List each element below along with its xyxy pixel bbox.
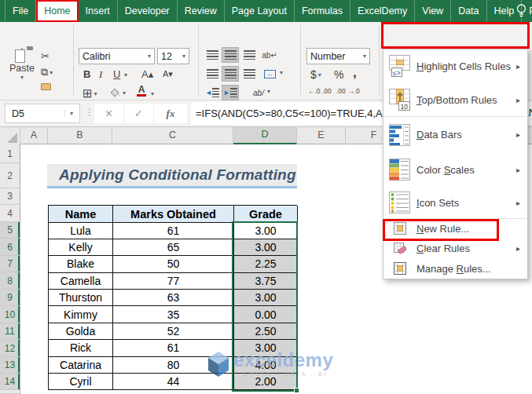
align-right-button[interactable] [240, 66, 258, 82]
cell-b5[interactable]: Lula [49, 222, 113, 239]
increase-indent-button[interactable]: ► [222, 85, 239, 100]
tab-formulas[interactable]: Formulas [295, 0, 350, 22]
enter-button[interactable]: ✓ [124, 104, 154, 123]
row-header-10[interactable]: 10 [0, 306, 20, 323]
tab-review[interactable]: Review [178, 0, 225, 22]
font-color-dropdown-icon[interactable]: ▾ [151, 90, 154, 97]
cell-d7[interactable]: 2.25 [234, 256, 298, 272]
row-header-6[interactable]: 6 [0, 239, 20, 256]
column-header-c[interactable]: C [112, 127, 233, 144]
borders-button[interactable]: ⊞▾ [83, 86, 97, 100]
fill-color-dropdown-icon[interactable]: ▾ [123, 89, 126, 97]
format-painter-button[interactable] [41, 83, 51, 90]
menu-item-top-bottom-rules[interactable]: 10 Top/Bottom Rules ▸ [383, 83, 527, 117]
cell-c11[interactable]: 52 [113, 323, 234, 340]
cell-b12[interactable]: Rick [49, 340, 113, 356]
paste-dropdown-icon[interactable]: ▾ [6, 74, 38, 81]
decrease-font-button[interactable]: A▾ [163, 69, 173, 79]
tab-data[interactable]: Data [451, 0, 486, 22]
row-header-8[interactable]: 8 [0, 272, 20, 290]
align-center-button[interactable] [222, 66, 239, 82]
sheet-title-cell[interactable]: Applying Conditional Formatting [47, 164, 297, 188]
merge-center-button[interactable]: ↔ [261, 66, 278, 82]
column-header-a[interactable]: A [20, 127, 48, 144]
row-header-3[interactable]: 3 [0, 188, 20, 205]
decrease-decimal-button[interactable]: .00 →.0 [336, 87, 360, 95]
menu-item-manage-rules[interactable]: Manage Rules... [383, 258, 527, 279]
accounting-format-button[interactable]: $▾ [310, 68, 321, 81]
row-header-15-partial[interactable] [0, 390, 20, 394]
cell-d9[interactable]: 3.00 [234, 290, 298, 306]
cell-b8[interactable]: Camella [49, 273, 113, 290]
insert-function-button[interactable]: fx [154, 104, 187, 123]
cell-c5[interactable]: 61 [113, 222, 234, 239]
wrap-text-button[interactable]: ab↵ [261, 47, 278, 63]
row-header-2[interactable]: 2 [0, 163, 20, 188]
cell-c6[interactable]: 65 [113, 239, 234, 256]
cell-b10[interactable]: Kimmy [49, 306, 113, 323]
menu-item-data-bars[interactable]: Data Bars ▸ [383, 117, 527, 152]
row-header-1[interactable]: 1 [0, 144, 20, 163]
tab-page-layout[interactable]: Page Layout [225, 0, 295, 22]
table-header-marks[interactable]: Marks Obtained [113, 206, 234, 223]
row-header-9[interactable]: 9 [0, 290, 20, 306]
row-header-12[interactable]: 12 [0, 340, 20, 357]
lightbulb-icon[interactable] [515, 3, 528, 22]
cell-d10[interactable]: 0.00 [234, 306, 298, 323]
font-name-combo[interactable]: Calibri▾ [79, 48, 155, 64]
middle-align-button[interactable] [222, 47, 239, 63]
merge-dropdown-icon[interactable]: ▾ [280, 69, 283, 76]
cell-c10[interactable]: 35 [113, 306, 234, 323]
row-header-4[interactable]: 4 [0, 205, 20, 222]
top-align-button[interactable] [204, 47, 221, 63]
decrease-indent-button[interactable]: ◄ [204, 85, 221, 100]
orientation-button[interactable]: ab/ [250, 85, 267, 100]
font-name-dropdown-icon[interactable]: ▾ [148, 53, 151, 60]
row-header-14[interactable]: 14 [0, 374, 20, 390]
cell-c9[interactable]: 63 [113, 290, 234, 306]
cell-b14[interactable]: Cyril [49, 374, 113, 390]
align-left-button[interactable] [204, 66, 221, 82]
cell-c8[interactable]: 77 [113, 273, 234, 290]
font-size-combo[interactable]: 12▾ [157, 48, 189, 64]
column-header-e[interactable]: E [297, 127, 346, 144]
row-header-11[interactable]: 11 [0, 323, 20, 340]
copy-dropdown-icon[interactable]: ▾ [50, 69, 53, 76]
tab-file[interactable]: File [5, 0, 36, 22]
cell-b9[interactable]: Thurston [49, 290, 113, 306]
cell-d6[interactable]: 3.00 [234, 239, 298, 256]
name-box-dropdown-icon[interactable]: ▾ [64, 110, 73, 117]
name-box[interactable]: D5▾ [5, 104, 80, 123]
number-format-combo[interactable]: Number▾ [306, 48, 370, 64]
comma-style-button[interactable]: , [353, 65, 357, 81]
underline-button[interactable]: U [113, 68, 120, 80]
copy-button[interactable]: ⧉▾ [41, 66, 53, 78]
select-all-corner[interactable] [0, 127, 20, 144]
cut-button[interactable]: ✂ [41, 50, 50, 62]
column-header-d[interactable]: D [233, 127, 297, 144]
row-header-13[interactable]: 13 [0, 357, 20, 374]
row-header-5[interactable]: 5 [0, 222, 20, 239]
menu-item-new-rule[interactable]: New Rule... [383, 219, 527, 239]
increase-decimal-button[interactable]: ←.0 .00 [308, 87, 332, 95]
menu-item-clear-rules[interactable]: Clear Rules ▸ [383, 239, 527, 258]
row-header-7[interactable]: 7 [0, 256, 20, 272]
paste-button[interactable]: Paste ▾ [6, 49, 38, 104]
cell-d11[interactable]: 2.50 [234, 323, 298, 340]
font-size-dropdown-icon[interactable]: ▾ [182, 53, 185, 60]
percent-style-button[interactable]: % [334, 68, 343, 81]
number-format-dropdown-icon[interactable]: ▾ [363, 53, 366, 60]
cell-b13[interactable]: Catarina [49, 357, 113, 374]
increase-font-button[interactable]: A▴ [141, 68, 153, 80]
cell-d5-active[interactable]: 3.00 [234, 222, 298, 239]
menu-item-color-scales[interactable]: Color Scales ▸ [383, 152, 527, 188]
cell-d8[interactable]: 3.75 [234, 273, 298, 290]
tab-exceldemy[interactable]: ExcelDemy [350, 0, 415, 22]
fill-handle[interactable] [294, 388, 299, 393]
fill-color-button[interactable]: ▾ [110, 88, 126, 97]
orientation-dropdown-icon[interactable]: ▾ [267, 88, 270, 95]
italic-button[interactable]: I [99, 68, 102, 81]
cell-c7[interactable]: 50 [113, 256, 234, 272]
tab-home[interactable]: Home [36, 0, 78, 22]
tab-insert[interactable]: Insert [79, 0, 118, 22]
